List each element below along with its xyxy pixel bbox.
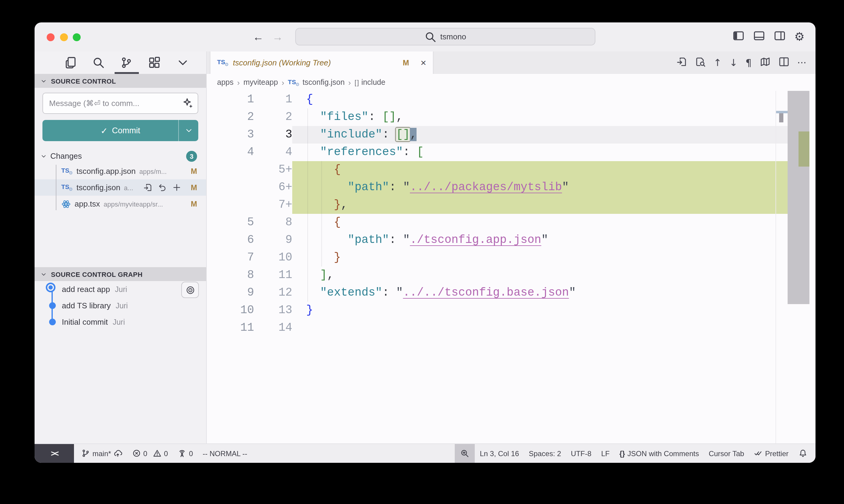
- gutter-modified-line-number: 11: [254, 267, 292, 284]
- branch-name: main*: [92, 449, 111, 458]
- line-content: "references": [: [292, 144, 776, 161]
- gutter-original-line-number: 4: [207, 144, 254, 161]
- commit-button[interactable]: ✓ Commit: [42, 120, 198, 141]
- language-mode[interactable]: {} JSON with Comments: [615, 444, 704, 463]
- path-link[interactable]: ../../tsconfig.base.json: [403, 286, 569, 299]
- line-col-label: Ln 3, Col 16: [480, 449, 519, 458]
- commit-author: Juri: [113, 318, 125, 326]
- generate-commit-message-icon[interactable]: [183, 97, 193, 108]
- breadcrumb-item-include[interactable]: [ ]include: [355, 78, 385, 87]
- vim-mode[interactable]: -- NORMAL --: [198, 444, 252, 463]
- source-control-graph-header[interactable]: SOURCE CONTROL GRAPH: [35, 267, 206, 281]
- change-row-tsconfig.app.json[interactable]: TS⚙tsconfig.app.jsonapps/m...M: [35, 163, 206, 179]
- gutter-modified-line-number: 3: [254, 126, 292, 144]
- change-row-app.tsx[interactable]: app.tsxapps/myviteapp/sr...M: [35, 196, 206, 212]
- source-control-title: SOURCE CONTROL: [51, 77, 116, 85]
- activity-search[interactable]: [91, 54, 106, 71]
- encoding[interactable]: UTF-8: [566, 444, 596, 463]
- scrollbar-thumb[interactable]: [787, 91, 809, 304]
- path-link[interactable]: ./tsconfig.app.json: [410, 233, 541, 247]
- file-search-icon: [694, 56, 705, 67]
- scrollbar-track[interactable]: [787, 91, 809, 444]
- activity-source-control[interactable]: [119, 54, 134, 71]
- editor-action-split-editor[interactable]: [778, 56, 789, 69]
- chevron-down-icon: [176, 56, 189, 69]
- editor-action-map[interactable]: [759, 56, 770, 69]
- typescript-file-icon: TS⚙: [217, 58, 228, 67]
- layout-sidebar-left-button[interactable]: [733, 30, 744, 44]
- code-token: [389, 128, 396, 141]
- commit-row[interactable]: add TS libraryJuri: [35, 298, 206, 314]
- code-line: 58 {: [207, 214, 776, 231]
- change-row-tsconfig.json[interactable]: TS⚙tsconfig.jsona...M: [35, 179, 206, 196]
- cursor-position[interactable]: Ln 3, Col 16: [475, 444, 524, 463]
- editor-action-open-changes[interactable]: [676, 56, 687, 69]
- ports-status[interactable]: 0: [173, 444, 198, 463]
- changes-label: Changes: [50, 151, 82, 161]
- gutter-original-line-number: [207, 179, 254, 196]
- editor-action-file-search[interactable]: [694, 56, 705, 69]
- breadcrumb-item-tsconfig.json[interactable]: TS⚙tsconfig.json: [288, 78, 345, 87]
- commit-message: Initial commit: [62, 318, 108, 326]
- code-line: 69 "path": "./tsconfig.app.json": [207, 231, 776, 249]
- line-content: {: [292, 214, 776, 231]
- close-tab-icon[interactable]: ×: [420, 57, 426, 68]
- code-token: }: [334, 198, 341, 211]
- commit-row[interactable]: add react appJuri: [35, 281, 206, 298]
- layout-sidebar-right-button[interactable]: [774, 30, 786, 44]
- command-center-search[interactable]: tsmono: [295, 28, 596, 46]
- editor-action-more[interactable]: ···: [797, 57, 806, 68]
- eol[interactable]: LF: [596, 444, 615, 463]
- code-token: [396, 233, 403, 247]
- editor-overview-strip: [775, 91, 787, 444]
- editor-action-pilcrow[interactable]: ¶: [745, 57, 752, 68]
- gutter-modified-line-number: 1: [254, 91, 292, 108]
- line-content: ],: [292, 267, 776, 284]
- gutter-modified-line-number: 13: [254, 302, 292, 319]
- editor-action-arrow-up[interactable]: ↑: [713, 57, 722, 68]
- path-link[interactable]: ../../packages/mytslib: [410, 181, 562, 194]
- zoom-indicator[interactable]: [455, 444, 475, 463]
- back-icon[interactable]: ←: [253, 31, 264, 43]
- code-token: ": [396, 286, 403, 299]
- close-window-button[interactable]: [47, 33, 55, 41]
- react-file-icon: [61, 199, 71, 209]
- activity-files[interactable]: [63, 54, 78, 71]
- editor-action-arrow-down[interactable]: ↓: [729, 57, 738, 68]
- minimize-window-button[interactable]: [60, 33, 68, 41]
- discard-icon[interactable]: [157, 183, 167, 192]
- notifications[interactable]: [793, 444, 815, 463]
- code-token: [306, 181, 348, 194]
- changes-count-badge: 3: [186, 150, 197, 161]
- search-icon: [425, 31, 436, 43]
- activity-chevron-down[interactable]: [175, 54, 190, 71]
- branch-status[interactable]: main*: [74, 444, 127, 463]
- gear-button[interactable]: ⚙: [794, 31, 805, 43]
- file-name: tsconfig.app.json: [76, 167, 136, 176]
- problems-status[interactable]: 0 0: [127, 444, 173, 463]
- layout-panel-button[interactable]: [753, 30, 765, 44]
- commit-row[interactable]: Initial commitJuri: [35, 314, 206, 330]
- diff-editor[interactable]: 11{22 "files": [],33 "include": [],44 "r…: [207, 91, 815, 444]
- commit-message-input[interactable]: [42, 93, 198, 114]
- formatter-status[interactable]: Prettier: [749, 444, 793, 463]
- indentation[interactable]: Spaces: 2: [524, 444, 566, 463]
- remote-indicator[interactable]: ><: [35, 444, 74, 463]
- forward-icon[interactable]: →: [272, 31, 283, 43]
- stage-plus-icon[interactable]: [172, 183, 181, 192]
- breadcrumb-item-myviteapp[interactable]: myviteapp: [243, 78, 278, 87]
- line-content: "path": "./tsconfig.app.json": [292, 231, 776, 249]
- goto-head-button[interactable]: [181, 282, 199, 298]
- cursor-tab[interactable]: Cursor Tab: [704, 444, 749, 463]
- tab-tsconfig-working-tree[interactable]: TS⚙ tsconfig.json (Working Tree) M ×: [210, 52, 433, 74]
- source-control-header[interactable]: SOURCE CONTROL: [35, 74, 206, 88]
- bell-icon: [798, 449, 807, 458]
- changes-section-header[interactable]: Changes 3: [35, 149, 206, 163]
- open-changes-icon[interactable]: [143, 183, 152, 192]
- zoom-window-button[interactable]: [73, 33, 81, 41]
- commit-dropdown-button[interactable]: [178, 120, 198, 141]
- activity-extensions[interactable]: [147, 54, 162, 71]
- source-control-icon: [120, 56, 133, 69]
- breadcrumb-item-apps[interactable]: apps: [217, 78, 234, 87]
- breadcrumb: apps›myviteapp›TS⚙tsconfig.json›[ ]inclu…: [207, 74, 815, 91]
